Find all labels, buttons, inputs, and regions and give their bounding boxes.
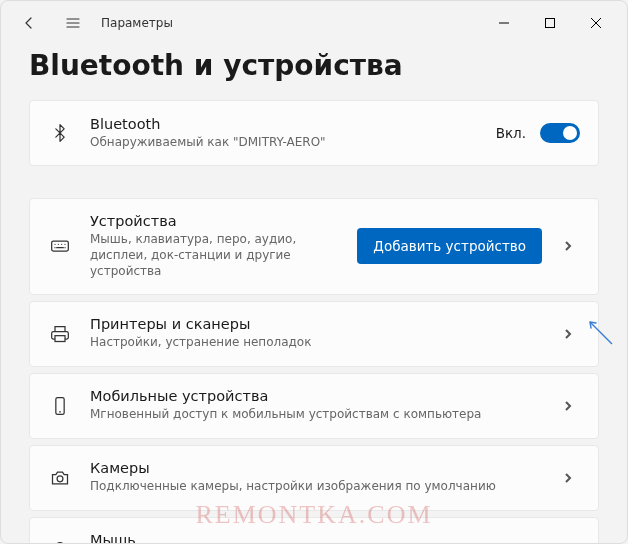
- keyboard-icon: [48, 236, 72, 256]
- add-device-button[interactable]: Добавить устройство: [357, 228, 542, 264]
- mouse-title: Мышь: [90, 532, 538, 543]
- devices-title: Устройства: [90, 213, 339, 229]
- bluetooth-title: Bluetooth: [90, 116, 478, 132]
- camera-icon: [48, 468, 72, 488]
- titlebar: Параметры: [1, 1, 627, 45]
- bluetooth-toggle[interactable]: [540, 123, 580, 143]
- content-area: Bluetooth и устройства Bluetooth Обнаруж…: [1, 45, 627, 543]
- devices-card[interactable]: Устройства Мышь, клавиатура, перо, аудио…: [29, 198, 599, 295]
- menu-button[interactable]: [53, 3, 93, 43]
- settings-window: Параметры Bluetooth и устройства Bluetoo…: [0, 0, 628, 544]
- printer-icon: [48, 324, 72, 344]
- mobile-title: Мобильные устройства: [90, 388, 538, 404]
- bluetooth-icon: [48, 123, 72, 143]
- bluetooth-sub: Обнаруживаемый как "DMITRY-AERO": [90, 134, 478, 150]
- mouse-icon: [48, 540, 72, 543]
- chevron-right-icon: [556, 472, 580, 484]
- minimize-button[interactable]: [481, 7, 527, 39]
- printers-sub: Настройки, устранение неполадок: [90, 334, 538, 350]
- cameras-sub: Подключенные камеры, настройки изображен…: [90, 478, 538, 494]
- svg-rect-0: [546, 19, 555, 28]
- bluetooth-toggle-label: Вкл.: [496, 125, 526, 141]
- window-title: Параметры: [101, 16, 173, 30]
- svg-rect-1: [52, 241, 69, 251]
- maximize-button[interactable]: [527, 7, 573, 39]
- close-button[interactable]: [573, 7, 619, 39]
- back-button[interactable]: [9, 3, 49, 43]
- mouse-card[interactable]: Мышь Кнопки, скорость указателя мыши, пр…: [29, 517, 599, 543]
- chevron-right-icon: [556, 240, 580, 252]
- chevron-right-icon: [556, 400, 580, 412]
- svg-rect-2: [55, 335, 65, 341]
- printers-card[interactable]: Принтеры и сканеры Настройки, устранение…: [29, 301, 599, 367]
- cameras-card[interactable]: Камеры Подключенные камеры, настройки из…: [29, 445, 599, 511]
- mobile-sub: Мгновенный доступ к мобильным устройства…: [90, 406, 538, 422]
- svg-point-4: [57, 475, 63, 481]
- devices-sub: Мышь, клавиатура, перо, аудио, дисплеи, …: [90, 231, 339, 280]
- bluetooth-card[interactable]: Bluetooth Обнаруживаемый как "DMITRY-AER…: [29, 100, 599, 166]
- page-title: Bluetooth и устройства: [29, 49, 599, 82]
- chevron-right-icon: [556, 328, 580, 340]
- cameras-title: Камеры: [90, 460, 538, 476]
- phone-icon: [48, 396, 72, 416]
- printers-title: Принтеры и сканеры: [90, 316, 538, 332]
- mobile-card[interactable]: Мобильные устройства Мгновенный доступ к…: [29, 373, 599, 439]
